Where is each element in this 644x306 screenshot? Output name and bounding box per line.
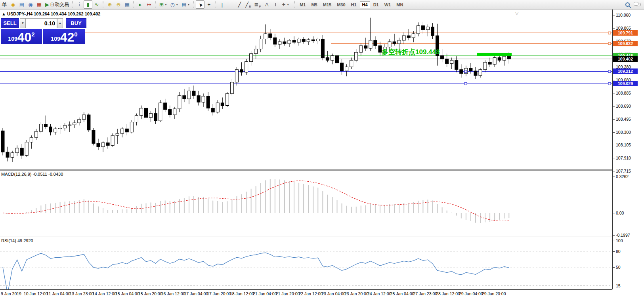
search-icon[interactable] — [625, 2, 630, 7]
toolbar-grip[interactable] — [71, 1, 74, 8]
toolbar-horizontal-line-tool[interactable]: — — [226, 0, 235, 9]
volume-decrease-button[interactable]: ▼ — [20, 18, 26, 28]
toolbar-grip[interactable] — [192, 1, 195, 8]
toolbar-grip[interactable] — [293, 1, 296, 8]
toolbar-text-tool[interactable]: A — [262, 0, 271, 9]
line-handle[interactable] — [464, 82, 467, 85]
price-line-tag-109.212[interactable]: 109.212 — [613, 68, 638, 74]
toolbar-autotrading[interactable]: ▶自动交易 — [44, 0, 71, 9]
turning-point-annotation[interactable]: 多空转折点109.448 — [382, 48, 440, 57]
candle-body — [254, 49, 258, 54]
timeframe-m1[interactable]: M1 — [297, 1, 308, 8]
chart-shift-marker-icon[interactable]: ▽ — [515, 11, 518, 16]
candle-body — [488, 62, 491, 64]
collapse-arrow-icon[interactable]: ▲ — [2, 11, 6, 16]
line-handle[interactable] — [608, 70, 611, 72]
toolbar-candlestick-mode[interactable]: ▮ — [84, 0, 92, 9]
toolbar-grip[interactable] — [154, 1, 157, 8]
toolbar-grip[interactable] — [132, 1, 135, 8]
toolbar-bar-chart-mode[interactable]: ⫶ — [75, 0, 84, 9]
toolbar-navigator[interactable]: ◉ — [26, 0, 35, 9]
vertical-line-tool-icon: | — [222, 2, 223, 7]
toolbar-indicators[interactable]: ⊞▼ — [158, 0, 169, 9]
price-tick-label: 108.690 — [616, 104, 631, 108]
toolbar-new-order[interactable]: 单 — [0, 0, 9, 9]
macd-pane-canvas[interactable] — [0, 171, 612, 236]
templates-dropdown-icon[interactable]: ▼ — [187, 3, 190, 6]
timeframe-h1[interactable]: H1 — [349, 1, 359, 8]
candle-body — [345, 67, 348, 71]
time-axis-label: 29 Jan 04:00 — [459, 291, 483, 296]
timeframe-m15[interactable]: M15 — [321, 1, 334, 8]
timeframe-mn[interactable]: MN — [394, 1, 405, 8]
candle-body — [269, 34, 272, 38]
price-line-tag-109.402[interactable]: 109.402 — [613, 56, 638, 62]
candle-body — [283, 42, 286, 44]
toolbar-crosshair-tool[interactable]: + — [204, 0, 213, 9]
timeframe-h4[interactable]: H4 — [360, 1, 370, 8]
toolbar-grip[interactable] — [102, 1, 105, 8]
candle-body — [311, 40, 315, 41]
timeframe-m30[interactable]: M30 — [334, 1, 348, 8]
chat-icon[interactable] — [635, 3, 641, 6]
rsi-pane-canvas[interactable] — [0, 237, 612, 289]
toolbar-equidistant-channel-tool[interactable]: ╱E — [244, 0, 252, 9]
time-axis-label: 25 Jan 04:00 — [390, 291, 415, 296]
line-handle[interactable] — [608, 32, 611, 34]
toolbar-templates[interactable]: ▤▼ — [180, 0, 191, 9]
periods-dropdown-icon[interactable]: ▼ — [176, 3, 178, 6]
toolbar-auto-scroll[interactable]: ▸ — [136, 0, 145, 9]
toolbar-zoom-out[interactable]: ⊖ — [114, 0, 123, 9]
toolbar-arrows-tool[interactable]: ✦▼ — [280, 0, 291, 9]
toolbar-fibonacci-tool[interactable]: ≣F — [253, 0, 263, 9]
line-handle[interactable] — [608, 82, 611, 85]
time-axis[interactable]: 9 Jan 201910 Jan 12:0011 Jan 04:0013 Jan… — [0, 289, 612, 306]
toolbar-terminal[interactable]: ▦ — [35, 0, 44, 9]
candle-body — [374, 40, 377, 46]
price-axis[interactable]: 110.060109.865109.670109.475109.280109.0… — [612, 10, 644, 289]
toolbar-trendline-tool[interactable]: ╱ — [235, 0, 244, 9]
timeframe-w1[interactable]: W1 — [382, 1, 394, 8]
candle-body — [230, 82, 233, 94]
toolbar-zoom-in[interactable]: ⊕ — [105, 0, 114, 9]
sell-button[interactable]: SELL — [1, 18, 19, 28]
price-line-tag-109.791[interactable]: 109.791 — [613, 30, 638, 36]
timeframe-m5[interactable]: M5 — [309, 1, 319, 8]
price-tick-label: 107.715 — [616, 169, 631, 173]
time-axis-label: 18 Jan 12:00 — [230, 291, 254, 296]
line-handle[interactable] — [608, 42, 611, 45]
toolbar-charts[interactable]: ◆ — [9, 0, 17, 9]
sell-price[interactable]: 109 40 2 — [1, 29, 42, 44]
toolbar-cursor-tool[interactable]: ▲ — [196, 0, 204, 9]
symbol-header[interactable]: ▲ USDJPY-,H4 109.264 109.434 109.262 109… — [2, 11, 100, 16]
toolbar-tile-windows[interactable]: ▦ — [123, 0, 132, 9]
toolbar-chart-shift[interactable]: ↦ — [145, 0, 153, 9]
volume-input[interactable] — [26, 18, 57, 28]
price-line-tag-109.632[interactable]: 109.632 — [613, 41, 638, 46]
candle-body — [498, 58, 501, 61]
toolbar-vertical-line-tool[interactable]: | — [218, 0, 226, 9]
buy-price[interactable]: 109 42 0 — [43, 29, 85, 44]
line-handle[interactable] — [464, 70, 467, 72]
toolbar-line-chart-mode[interactable]: ∿ — [92, 0, 101, 9]
indicators-dropdown-icon[interactable]: ▼ — [164, 3, 167, 6]
toolbar-text-label-tool[interactable]: T — [271, 0, 280, 9]
toolbar-periods[interactable]: ◷▼ — [169, 0, 180, 9]
arrows-tool-icon: ✦ — [281, 2, 286, 7]
time-axis-label: 16 Jan 12:00 — [161, 291, 185, 296]
candle-body — [460, 70, 463, 74]
toolbar-grip[interactable] — [214, 1, 217, 8]
candle-body — [474, 71, 477, 76]
price-tick-label: 108.495 — [616, 117, 631, 122]
toolbar-market-watch[interactable]: ▤ — [17, 0, 26, 9]
buy-button[interactable]: BUY — [66, 18, 86, 28]
volume-increase-button[interactable]: ▲ — [57, 18, 63, 28]
timeframe-d1[interactable]: D1 — [371, 1, 381, 8]
charts-icon: ◆ — [11, 2, 15, 7]
green-highlight-bar[interactable] — [477, 53, 512, 56]
price-chart-canvas[interactable] — [0, 10, 612, 169]
arrows-tool-dropdown-icon[interactable]: ▼ — [287, 3, 289, 6]
candle-body — [302, 39, 305, 42]
price-line-tag-109.029[interactable]: 109.029 — [613, 81, 638, 86]
candle-body — [336, 55, 339, 63]
